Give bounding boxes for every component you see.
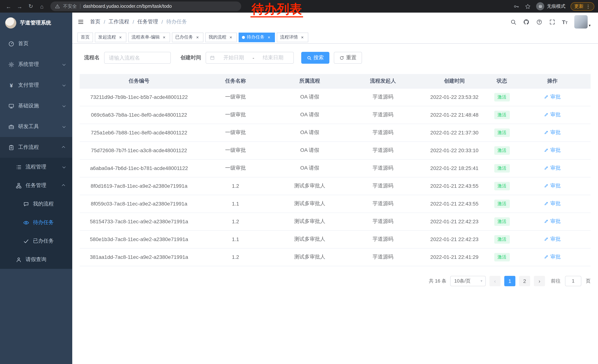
page-button-1[interactable]: 1 [504, 276, 515, 286]
sidebar-item-task-management[interactable]: 任务管理 [0, 176, 72, 195]
app-body: 芋道管理系统 首页 系统管理 ¥ 支付管理 基础设施 [0, 13, 598, 364]
address-bar[interactable]: 不安全 dashboard.yudao.iocoder.cn/bpm/task/… [50, 1, 241, 11]
cell-task-id: 75d72608-7b7f-11ec-a3c8-acde48001122 [80, 141, 199, 159]
fullscreen-icon[interactable] [549, 19, 555, 25]
approve-link[interactable]: 审批 [544, 94, 561, 100]
breadcrumb-task-management[interactable]: 任务管理 [137, 18, 158, 25]
browser-menu-icon[interactable]: ⋮ [586, 4, 590, 9]
reset-button[interactable]: 重置 [334, 52, 362, 64]
close-icon[interactable]: × [228, 35, 233, 40]
search-icon[interactable] [510, 19, 516, 25]
app-logo[interactable]: 芋道管理系统 [0, 13, 72, 33]
breadcrumb-home[interactable]: 首页 [90, 18, 100, 25]
approve-link[interactable]: 审批 [544, 183, 561, 189]
sidebar-item-todo-tasks[interactable]: 待办任务 [0, 213, 72, 232]
tag-my-process[interactable]: 我的流程× [205, 32, 237, 42]
table-row: 75d72608-7b7f-11ec-a3c8-acde48001122 一级审… [80, 141, 590, 159]
sidebar-item-system[interactable]: 系统管理 [0, 54, 72, 75]
approve-link[interactable]: 审批 [544, 254, 561, 260]
edit-icon [544, 166, 549, 170]
sidebar-item-home[interactable]: 首页 [0, 33, 72, 54]
cell-starter: 芋道源码 [347, 159, 419, 177]
user-menu[interactable]: ▾ [574, 15, 590, 29]
approve-link[interactable]: 审批 [544, 147, 561, 154]
sidebar-item-done-tasks[interactable]: 已办任务 [0, 232, 72, 250]
sidebar-item-leave-query[interactable]: 请假查询 [0, 250, 72, 269]
next-page-button[interactable]: › [534, 276, 545, 286]
font-size-icon[interactable]: TT [562, 19, 568, 25]
bookmark-star-icon[interactable] [525, 3, 531, 9]
approve-link[interactable]: 审批 [544, 112, 561, 118]
approve-link[interactable]: 审批 [544, 218, 561, 225]
close-icon[interactable]: × [300, 35, 305, 40]
tag-home[interactable]: 首页 [77, 32, 93, 42]
page-size-select[interactable]: 10条/页 ▾ [450, 276, 486, 286]
calendar-icon [210, 55, 215, 60]
cell-task-name: 一级审批 [199, 141, 273, 159]
tag-todo-tasks[interactable]: 待办任务× [239, 32, 275, 42]
edit-icon [544, 237, 549, 242]
approve-link[interactable]: 审批 [544, 165, 561, 171]
sidebar-item-devtools[interactable]: 研发工具 [0, 116, 72, 137]
cell-action: 审批 [514, 159, 590, 177]
tag-process-detail[interactable]: 流程详情× [277, 32, 308, 42]
sidebar-item-my-process[interactable]: 我的流程 [0, 195, 72, 213]
col-task-id: 任务编号 [80, 74, 199, 88]
start-date-placeholder: 开始日期 [217, 54, 250, 61]
close-icon[interactable]: × [195, 35, 200, 40]
forward-icon[interactable]: → [15, 1, 25, 11]
approve-link[interactable]: 审批 [544, 200, 561, 207]
avatar[interactable] [574, 15, 588, 29]
back-icon[interactable]: ← [4, 1, 13, 11]
breadcrumb-workflow[interactable]: 工作流程 [108, 18, 129, 25]
cell-created: 2022-01-22 21:48:48 [419, 106, 490, 124]
prev-page-button[interactable]: ‹ [490, 276, 500, 286]
cell-action: 审批 [514, 195, 590, 212]
cell-action: 审批 [514, 106, 590, 124]
sidebar-item-payment[interactable]: ¥ 支付管理 [0, 75, 72, 96]
browser-home-icon[interactable]: ⌂ [37, 1, 47, 11]
navbar-right-cluster: TT ▾ [510, 15, 590, 29]
toolbox-icon [8, 123, 15, 130]
sidebar-item-infrastructure[interactable]: 基础设施 [0, 96, 72, 116]
yen-icon: ¥ [8, 82, 15, 88]
key-icon[interactable] [513, 3, 519, 9]
sidebar-collapse-icon[interactable] [77, 18, 84, 25]
goto-page-input[interactable] [565, 276, 581, 286]
date-range-picker[interactable]: 开始日期 - 结束日期 [206, 52, 294, 64]
approve-link[interactable]: 审批 [544, 129, 561, 136]
browser-chrome: ← → ↻ ⌂ 不安全 dashboard.yudao.iocoder.cn/b… [0, 0, 598, 13]
sidebar-item-workflow[interactable]: 工作流程 [0, 137, 72, 158]
help-icon[interactable] [536, 19, 542, 25]
edit-icon [544, 130, 549, 135]
col-process: 所属流程 [273, 74, 347, 88]
pagination: 共 16 条 10条/页 ▾ ‹ 1 2 › 前往 页 [80, 276, 590, 286]
tag-start-process[interactable]: 发起流程× [95, 32, 126, 42]
create-time-label: 创建时间 [180, 54, 201, 61]
update-button[interactable]: 更新 ⋮ [571, 2, 594, 11]
chat-icon [23, 201, 29, 207]
browser-right-cluster: 无痕模式 更新 ⋮ [513, 2, 594, 11]
approve-link[interactable]: 审批 [544, 236, 561, 243]
close-icon[interactable]: × [266, 35, 272, 40]
cell-task-name: 一级审批 [199, 159, 273, 177]
status-badge: 激活 [494, 235, 510, 243]
process-name-label: 流程名 [84, 54, 100, 61]
reload-icon[interactable]: ↻ [26, 1, 36, 11]
cell-action: 审批 [514, 177, 590, 195]
page-button-2[interactable]: 2 [519, 276, 530, 286]
close-icon[interactable]: × [162, 35, 167, 40]
table-row: 8f059c03-7ac8-11ec-a9e2-a2380e71991a 1.1… [80, 195, 590, 212]
tag-process-form-edit[interactable]: 流程表单-编辑× [128, 32, 170, 42]
omnibox-divider [80, 4, 80, 9]
tag-done-tasks[interactable]: 已办任务× [172, 32, 203, 42]
cell-task-id: 725a1eb6-7b88-11ec-8ef0-acde48001122 [80, 124, 199, 141]
close-icon[interactable]: × [118, 35, 123, 40]
search-button[interactable]: 搜索 [301, 52, 329, 64]
cell-task-id: a6aba0a4-7b6d-11ec-b781-acde48001122 [80, 159, 199, 177]
github-icon[interactable] [523, 19, 529, 25]
incognito-label: 无痕模式 [547, 3, 565, 9]
process-name-input[interactable] [104, 52, 171, 64]
sidebar-item-process-management[interactable]: 流程管理 [0, 158, 72, 176]
status-badge: 激活 [494, 164, 510, 172]
